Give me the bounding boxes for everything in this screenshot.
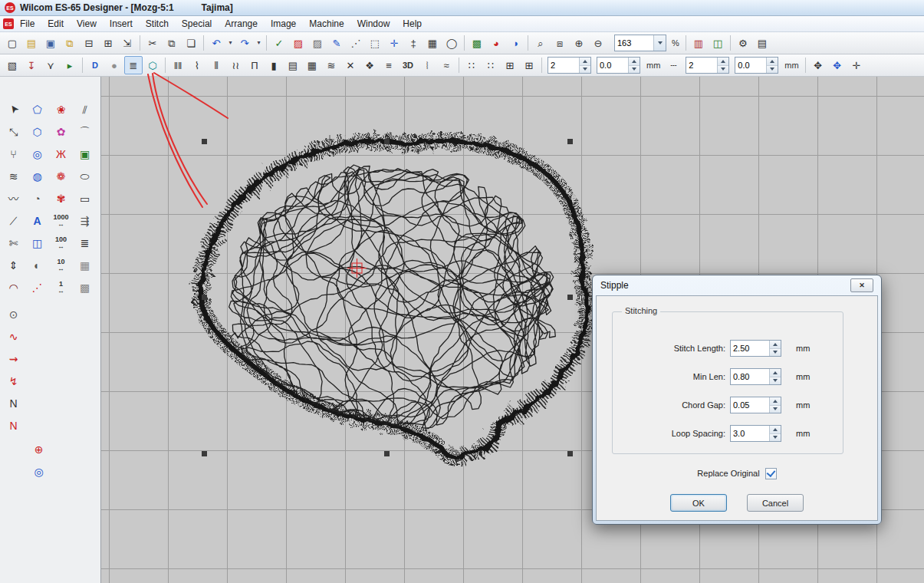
underlay-b-button[interactable]: ∷ (482, 56, 500, 74)
hoop-toggle-button[interactable]: ◯ (442, 34, 461, 52)
loop-spacing-spinner[interactable] (730, 425, 781, 442)
min-len-spinner[interactable] (730, 368, 781, 385)
color-palette-button[interactable]: ◕ (487, 34, 505, 52)
stitch-length-spin-buttons[interactable] (769, 341, 781, 356)
spin-up-icon[interactable] (770, 341, 781, 349)
menu-view[interactable]: View (71, 17, 103, 31)
hatch-tool[interactable]: ⫽ (73, 98, 97, 120)
spin-down-icon[interactable] (629, 66, 640, 74)
stitch-wave-tool[interactable]: ∿ (2, 325, 25, 347)
travel-10-button[interactable]: 10 (49, 254, 73, 276)
knife-tool[interactable]: ⟋ (2, 209, 25, 232)
zoom-box-button[interactable]: ⧈ (551, 34, 569, 52)
zigzag-stitch-button[interactable]: ≀≀ (226, 56, 245, 74)
spin-up-icon[interactable] (767, 58, 778, 66)
replace-original-checkbox[interactable] (765, 468, 777, 479)
needle-button[interactable]: ‡ (404, 34, 423, 52)
menu-stitch[interactable]: Stitch (140, 17, 175, 31)
measure-tool[interactable]: ⇕ (2, 254, 25, 276)
fur-effect-tool[interactable]: ⇶ (73, 209, 97, 232)
zoom-level-combobox[interactable] (614, 35, 666, 51)
field3-spinner[interactable] (686, 57, 729, 74)
menu-insert[interactable]: Insert (104, 17, 139, 31)
chord-gap-input[interactable] (731, 397, 769, 413)
zoom-out-button[interactable]: ⊖ (589, 34, 607, 52)
stitch-length-input[interactable] (731, 341, 769, 356)
design-properties-button[interactable]: ⚙ (734, 34, 752, 52)
export-machine-button[interactable]: ⇲ (118, 34, 136, 52)
fancy-fill-button[interactable]: ❖ (360, 56, 379, 74)
chord-gap-spin-buttons[interactable] (769, 397, 781, 413)
selection-handle[interactable] (384, 451, 390, 456)
spin-up-icon[interactable] (629, 58, 640, 66)
cut-button[interactable]: ✂ (143, 34, 162, 52)
manual-stitch-button[interactable]: ‖‖ (169, 56, 187, 74)
curve-n-red-tool[interactable]: N (2, 414, 25, 436)
spin-down-icon[interactable] (770, 349, 781, 357)
open-design-button[interactable]: ▤ (22, 34, 41, 52)
run-stitch-button[interactable]: ⌇ (188, 56, 206, 74)
scissors-tool[interactable]: ✄ (2, 232, 25, 254)
menu-help[interactable]: Help (396, 17, 428, 31)
menu-window[interactable]: Window (351, 17, 396, 31)
ellipse-tool[interactable]: ⬭ (73, 165, 97, 187)
spin-down-icon[interactable] (770, 406, 781, 413)
lettering-tool[interactable]: A (25, 209, 49, 232)
menu-special[interactable]: Special (176, 17, 218, 31)
loop-spacing-spin-buttons[interactable] (769, 426, 781, 441)
spin-up-icon[interactable] (718, 58, 728, 66)
ok-button[interactable]: OK (670, 494, 727, 512)
auto-fill-red-button[interactable]: ▨ (289, 34, 307, 52)
menu-file[interactable]: File (14, 17, 41, 31)
menu-arrange[interactable]: Arrange (219, 17, 264, 31)
zoom-level-input[interactable] (615, 38, 653, 48)
motif-run-tool[interactable]: ❀ (49, 98, 73, 120)
redo-button[interactable]: ↷ (235, 34, 254, 52)
spin-down-icon[interactable] (770, 434, 781, 442)
loop-spacing-input[interactable] (731, 426, 769, 441)
travel-1-button[interactable]: 1 (49, 276, 73, 298)
density-b-button[interactable]: ⊞ (520, 56, 538, 74)
spin-down-icon[interactable] (770, 377, 781, 385)
undo-dropdown-icon[interactable]: ▾ (226, 34, 235, 52)
design-wizard-button[interactable]: ✓ (270, 34, 288, 52)
undo-button[interactable]: ↶ (207, 34, 225, 52)
satin-stitch-button[interactable]: ▮ (265, 56, 283, 74)
field3-spin-buttons[interactable] (717, 58, 728, 73)
motif-fill-tool[interactable]: ✿ (49, 120, 73, 143)
redo-dropdown-icon[interactable]: ▾ (255, 34, 263, 52)
program-split-button[interactable]: ▦ (303, 56, 321, 74)
density-a-button[interactable]: ⊞ (501, 56, 519, 74)
insert-design-button[interactable]: ⧉ (61, 34, 79, 52)
texture-tool[interactable]: ▩ (73, 276, 97, 298)
field1-spin-buttons[interactable] (579, 58, 590, 73)
wave-fill-button[interactable]: ≈ (437, 56, 455, 74)
entry-point-tool[interactable]: ⊕ (27, 438, 51, 460)
library-button[interactable]: ▤ (753, 34, 771, 52)
contour-fill-button[interactable]: ≡ (380, 56, 398, 74)
motif-fill-button[interactable]: ≋ (322, 56, 340, 74)
globe-fill-tool[interactable]: ◍ (25, 165, 49, 187)
field2-input[interactable] (597, 58, 628, 73)
pan-tool-button[interactable]: ✥ (828, 56, 847, 74)
grid-toggle-button[interactable]: ▦ (423, 34, 442, 52)
spin-down-icon[interactable] (580, 66, 590, 74)
dim-artwork-button[interactable]: ● (105, 56, 123, 74)
weave-tool[interactable]: ≋ (2, 165, 25, 187)
column-tool[interactable]: ✾ (49, 187, 73, 209)
stitch-length-spinner[interactable] (730, 340, 781, 357)
closed-shape-tool[interactable]: ⬡ (25, 120, 49, 143)
selection-handle[interactable] (567, 295, 573, 300)
stipple-run-button[interactable]: ≣ (124, 56, 143, 74)
portrait-tool[interactable]: ◔ (25, 187, 49, 209)
tatami-fill-button[interactable]: ▤ (284, 56, 302, 74)
pen-tool-button[interactable]: ✎ (327, 34, 346, 52)
flower-tool[interactable]: ❁ (49, 165, 73, 187)
travel-1000-button[interactable]: 1000 (49, 209, 73, 232)
color-film-button[interactable]: ▥ (689, 34, 708, 52)
trueview-button[interactable]: D (86, 56, 104, 74)
thread-colors-button[interactable]: ▩ (468, 34, 486, 52)
half-shade-tool[interactable]: ◐ (25, 254, 49, 276)
spin-down-icon[interactable] (767, 66, 778, 74)
selection-handle[interactable] (384, 139, 390, 144)
